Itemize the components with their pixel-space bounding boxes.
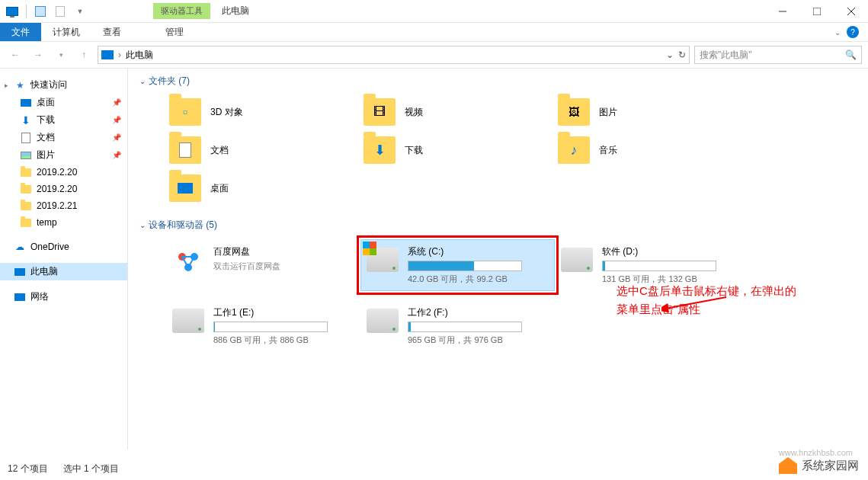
onedrive-icon: ☁ — [14, 241, 26, 253]
tab-view[interactable]: 查看 — [91, 23, 133, 41]
status-selected-count: 选中 1 个项目 — [63, 462, 119, 475]
network-icon — [14, 291, 26, 303]
address-text: 此电脑 — [126, 49, 153, 62]
folder-videos[interactable]: 🎞视频 — [360, 95, 555, 129]
sidebar-network[interactable]: 网络 — [0, 288, 127, 306]
pin-icon: 📌 — [112, 133, 121, 142]
usage-bar — [602, 261, 716, 271]
qat-properties-icon[interactable] — [32, 3, 49, 20]
tab-file[interactable]: 文件 — [0, 23, 41, 41]
help-icon[interactable]: ? — [847, 26, 859, 38]
pin-icon: 📌 — [112, 151, 121, 159]
ribbon-expand-icon[interactable]: ⌄ — [834, 28, 841, 37]
forward-button[interactable]: → — [29, 46, 47, 64]
folder-music[interactable]: ♪音乐 — [555, 133, 749, 167]
address-bar: ← → ▾ ↑ › 此电脑 ⌄ ↻ 搜索"此电脑" 🔍 — [0, 42, 868, 69]
sidebar-folder-3[interactable]: 2019.2.21 — [0, 197, 127, 214]
folder-icon: 🖼 — [558, 98, 590, 126]
ribbon-tabs: 文件 计算机 查看 管理 ⌄ ? — [0, 23, 868, 42]
sidebar-folder-2[interactable]: 2019.2.20 — [0, 181, 127, 197]
sidebar-folder-4[interactable]: temp — [0, 214, 127, 231]
drive-e[interactable]: 工作1 (E:)886 GB 可用，共 886 GB — [166, 300, 360, 352]
drive-baidu[interactable]: 百度网盘双击运行百度网盘 — [166, 239, 360, 291]
recent-dropdown[interactable]: ▾ — [52, 46, 70, 64]
search-placeholder: 搜索"此电脑" — [700, 49, 752, 62]
qat-dropdown-icon[interactable]: ▼ — [72, 3, 88, 20]
sidebar-folder-1[interactable]: 2019.2.20 — [0, 164, 127, 181]
folder-icon — [20, 200, 32, 212]
up-button[interactable]: ↑ — [75, 46, 93, 64]
chevron-down-icon: ⌄ — [139, 77, 146, 85]
folder-icon: ⬇ — [364, 136, 396, 164]
tab-computer[interactable]: 计算机 — [41, 23, 91, 41]
usage-bar — [213, 322, 328, 332]
pin-icon: 📌 — [112, 116, 121, 124]
close-button[interactable] — [834, 0, 868, 23]
svg-rect-1 — [813, 8, 821, 15]
sidebar-desktop[interactable]: 桌面📌 — [0, 94, 127, 111]
section-devices[interactable]: ⌄设备和驱动器 (5) — [139, 219, 857, 232]
chevron-down-icon: ⌄ — [139, 221, 146, 229]
minimize-button[interactable] — [765, 0, 799, 23]
folder-icon — [20, 166, 32, 178]
drive-f[interactable]: 工作2 (F:)965 GB 可用，共 976 GB — [360, 300, 555, 352]
picture-icon — [20, 149, 32, 162]
navigation-pane: ▸★快速访问 桌面📌 ⬇下载📌 文档📌 图片📌 2019.2.20 2019.2… — [0, 69, 128, 450]
content-area: ⌄文件夹 (7) ▫3D 对象 🎞视频 🖼图片 文档 ⬇下载 ♪音乐 桌面 ⌄设… — [128, 69, 868, 450]
status-bar: 12 个项目 选中 1 个项目 — [8, 462, 119, 475]
titlebar: ▼ 驱动器工具 此电脑 — [0, 0, 868, 23]
usage-bar — [408, 261, 522, 271]
folder-icon — [20, 216, 32, 229]
drive-icon — [172, 309, 204, 333]
tab-manage[interactable]: 管理 — [154, 23, 195, 41]
folder-pictures[interactable]: 🖼图片 — [555, 95, 749, 129]
folder-desktop[interactable]: 桌面 — [166, 171, 360, 205]
star-icon: ★ — [14, 79, 26, 91]
sidebar-quick-access[interactable]: ▸★快速访问 — [0, 76, 127, 94]
watermark-url: www.hnzkhbsb.com — [779, 448, 853, 457]
watermark-logo — [779, 457, 797, 474]
sidebar-onedrive[interactable]: ☁OneDrive — [0, 238, 127, 255]
search-icon: 🔍 — [845, 50, 857, 60]
folder-icon: ♪ — [558, 136, 590, 164]
sidebar-pictures[interactable]: 图片📌 — [0, 146, 127, 164]
folder-icon — [20, 183, 32, 195]
drive-icon — [367, 248, 399, 272]
pc-icon — [14, 266, 26, 278]
back-button[interactable]: ← — [6, 46, 24, 64]
folder-icon: ▫ — [169, 98, 201, 126]
address-dropdown-icon[interactable]: ⌄ — [666, 50, 674, 60]
watermark: 系统家园网 — [779, 457, 859, 474]
folder-icon — [169, 136, 201, 164]
usage-bar — [408, 322, 522, 332]
download-icon: ⬇ — [20, 114, 32, 126]
folder-3d-objects[interactable]: ▫3D 对象 — [166, 95, 360, 129]
folder-icon — [169, 174, 201, 202]
section-folders[interactable]: ⌄文件夹 (7) — [139, 75, 857, 88]
folder-downloads[interactable]: ⬇下载 — [360, 133, 555, 167]
folder-documents[interactable]: 文档 — [166, 133, 360, 167]
sidebar-documents[interactable]: 文档📌 — [0, 129, 127, 146]
search-input[interactable]: 搜索"此电脑" 🔍 — [694, 46, 862, 64]
location-icon — [101, 50, 114, 59]
folder-icon: 🎞 — [364, 98, 396, 126]
drive-c[interactable]: 系统 (C:)42.0 GB 可用，共 99.2 GB — [360, 239, 555, 291]
document-icon — [20, 132, 32, 144]
refresh-icon[interactable]: ↻ — [678, 50, 686, 60]
pin-icon: 📌 — [112, 98, 121, 107]
drive-icon — [561, 248, 593, 272]
sidebar-this-pc[interactable]: 此电脑 — [0, 263, 127, 280]
app-icon[interactable] — [4, 3, 21, 20]
window-title: 此电脑 — [222, 5, 249, 18]
quick-access-toolbar: ▼ — [0, 3, 88, 20]
baidu-icon — [172, 245, 204, 277]
sidebar-downloads[interactable]: ⬇下载📌 — [0, 111, 127, 129]
address-input[interactable]: › 此电脑 ⌄ ↻ — [98, 46, 690, 64]
desktop-icon — [20, 97, 32, 109]
drive-tools-tab[interactable]: 驱动器工具 — [153, 3, 210, 19]
annotation-text: 选中C盘后单击鼠标右键，在弹出的 菜单里点击"属性 — [617, 282, 853, 318]
qat-new-icon[interactable] — [52, 3, 69, 20]
status-item-count: 12 个项目 — [8, 462, 48, 475]
maximize-button[interactable] — [799, 0, 834, 23]
drive-icon — [367, 309, 399, 333]
